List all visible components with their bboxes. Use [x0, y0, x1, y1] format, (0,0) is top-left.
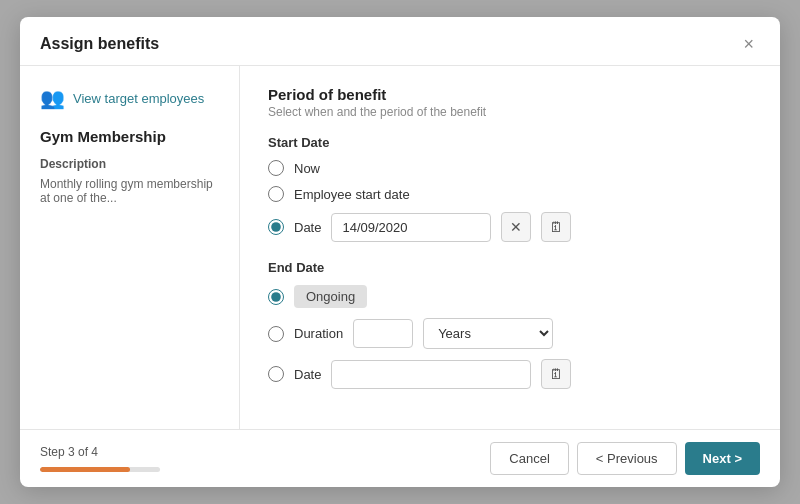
- benefit-name: Gym Membership: [40, 128, 219, 145]
- start-date-date-option: Date ✕ 🗓: [268, 212, 752, 242]
- section-title: Period of benefit: [268, 86, 752, 103]
- cancel-button[interactable]: Cancel: [490, 442, 568, 475]
- step-label: Step 3 of 4: [40, 445, 160, 459]
- description-text: Monthly rolling gym membership at one of…: [40, 177, 219, 205]
- start-date-date-label: Date: [294, 220, 321, 235]
- end-date-calendar-icon[interactable]: 🗓: [541, 359, 571, 389]
- end-date-duration-option: Duration Days Weeks Months Years: [268, 318, 752, 349]
- end-date-input[interactable]: [331, 360, 531, 389]
- end-date-date-label: Date: [294, 367, 321, 382]
- ongoing-badge: Ongoing: [294, 285, 367, 308]
- start-date-now-label: Now: [294, 161, 320, 176]
- footer-buttons: Cancel < Previous Next >: [490, 442, 760, 475]
- start-date-date-radio[interactable]: [268, 219, 284, 235]
- modal-footer: Step 3 of 4 Cancel < Previous Next >: [20, 429, 780, 487]
- duration-value-input[interactable]: [353, 319, 413, 348]
- modal-overlay: Assign benefits × 👥 View target employee…: [0, 0, 800, 504]
- description-label: Description: [40, 157, 219, 171]
- end-date-ongoing-radio[interactable]: [268, 289, 284, 305]
- step-progress-block: Step 3 of 4: [40, 445, 160, 472]
- start-date-employee-option: Employee start date: [268, 186, 752, 202]
- duration-unit-select[interactable]: Days Weeks Months Years: [423, 318, 553, 349]
- start-date-now-option: Now: [268, 160, 752, 176]
- end-date-section: End Date Ongoing Duration Days We: [268, 260, 752, 389]
- start-date-clear-icon[interactable]: ✕: [501, 212, 531, 242]
- view-employees-section: 👥 View target employees: [40, 86, 219, 110]
- end-date-duration-label: Duration: [294, 326, 343, 341]
- start-date-employee-label: Employee start date: [294, 187, 410, 202]
- section-subtitle: Select when and the period of the benefi…: [268, 105, 752, 119]
- end-date-ongoing-option: Ongoing: [268, 285, 752, 308]
- previous-button[interactable]: < Previous: [577, 442, 677, 475]
- start-date-calendar-icon[interactable]: 🗓: [541, 212, 571, 242]
- start-date-employee-radio[interactable]: [268, 186, 284, 202]
- left-panel: 👥 View target employees Gym Membership D…: [20, 66, 240, 429]
- progress-bar-fill: [40, 467, 130, 472]
- modal-body: 👥 View target employees Gym Membership D…: [20, 66, 780, 429]
- next-button[interactable]: Next >: [685, 442, 760, 475]
- close-button[interactable]: ×: [737, 33, 760, 55]
- end-date-label: End Date: [268, 260, 752, 275]
- start-date-now-radio[interactable]: [268, 160, 284, 176]
- modal-title: Assign benefits: [40, 35, 159, 53]
- employees-icon: 👥: [40, 86, 65, 110]
- end-date-ongoing-label: Ongoing: [294, 285, 367, 308]
- right-panel: Period of benefit Select when and the pe…: [240, 66, 780, 429]
- start-date-input[interactable]: [331, 213, 491, 242]
- assign-benefits-modal: Assign benefits × 👥 View target employee…: [20, 17, 780, 487]
- end-date-date-radio[interactable]: [268, 366, 284, 382]
- view-employees-link[interactable]: View target employees: [73, 91, 204, 106]
- end-date-date-option: Date 🗓: [268, 359, 752, 389]
- start-date-label: Start Date: [268, 135, 752, 150]
- end-date-duration-radio[interactable]: [268, 326, 284, 342]
- modal-header: Assign benefits ×: [20, 17, 780, 66]
- progress-bar-container: [40, 467, 160, 472]
